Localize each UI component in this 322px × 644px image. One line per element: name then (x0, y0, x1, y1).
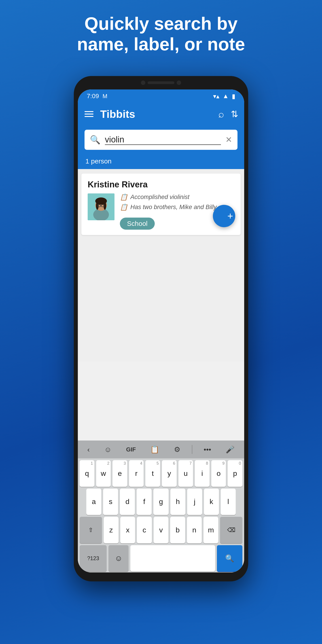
separator (192, 445, 192, 454)
key-row-1: 1q 2w 3e 4r 5t 6y 7u 8i 9o 0p (80, 460, 242, 487)
mic-button[interactable]: 🎤 (222, 445, 238, 454)
contact-avatar (88, 194, 114, 220)
time: 7:09 (87, 92, 99, 100)
search-input[interactable]: violin (105, 135, 221, 145)
contact-name: Kristine Rivera (88, 180, 234, 190)
phone-frame: 7:09 M ▾▴ ▲ ▮ Tibbits ⌕ ⇅ 🔍 violin ✕ (74, 76, 248, 582)
more-button[interactable]: ••• (200, 446, 214, 454)
gmail-icon: M (103, 93, 108, 100)
note-icon-2: 📋 (120, 204, 128, 211)
contact-body: 📋 Accomplished violinist 📋 Has two broth… (88, 194, 234, 230)
key-row-3: ⇧ z x c v b n m ⌫ (80, 517, 242, 544)
menu-icon[interactable] (84, 111, 94, 117)
key-z[interactable]: z (104, 517, 118, 544)
label-chip[interactable]: School (120, 218, 155, 230)
key-m[interactable]: m (204, 517, 218, 544)
note-icon-1: 📋 (120, 194, 128, 201)
key-j[interactable]: j (187, 488, 202, 515)
search-icon: 🔍 (90, 135, 100, 145)
signal-icon: ▲ (222, 92, 229, 100)
clipboard-button[interactable]: 📋 (147, 445, 162, 454)
key-p[interactable]: 0p (228, 460, 242, 487)
key-b[interactable]: b (170, 517, 185, 544)
hero-line1: Quickly search by (84, 14, 238, 34)
phone-top-bar (74, 76, 248, 90)
speaker (148, 82, 174, 84)
key-y[interactable]: 6y (162, 460, 177, 487)
settings-button[interactable]: ⚙ (171, 445, 184, 454)
back-button[interactable]: ‹ (84, 446, 93, 454)
status-bar: 7:09 M ▾▴ ▲ ▮ (78, 90, 244, 103)
keyboard-keys: 1q 2w 3e 4r 5t 6y 7u 8i 9o 0p a s d f (78, 458, 244, 572)
key-l[interactable]: l (221, 488, 236, 515)
keyboard-toolbar: ‹ ☺ GIF 📋 ⚙ ••• 🎤 (78, 440, 244, 458)
gif-button[interactable]: GIF (123, 446, 139, 453)
key-delete[interactable]: ⌫ (220, 517, 242, 544)
search-button[interactable]: ⌕ (218, 108, 224, 120)
key-o[interactable]: 9o (211, 460, 226, 487)
key-x[interactable]: x (120, 517, 135, 544)
search-bar: 🔍 violin ✕ (84, 130, 238, 150)
keyboard: ‹ ☺ GIF 📋 ⚙ ••• 🎤 1q 2w 3e 4r 5t 6y (78, 440, 244, 572)
clear-button[interactable]: ✕ (226, 135, 232, 144)
sticker-button[interactable]: ☺ (101, 446, 115, 454)
status-right: ▾▴ ▲ ▮ (213, 92, 235, 100)
sensor (177, 80, 181, 85)
app-bar: Tibbits ⌕ ⇅ (78, 103, 244, 125)
key-k[interactable]: k (204, 488, 219, 515)
key-row-2: a s d f g h j k l (80, 488, 242, 515)
key-f[interactable]: f (137, 488, 152, 515)
key-v[interactable]: v (154, 517, 168, 544)
key-e[interactable]: 3e (112, 460, 127, 487)
key-numbers[interactable]: ?123 (80, 545, 107, 572)
key-space[interactable] (130, 545, 215, 572)
svg-point-5 (104, 202, 106, 210)
app-title: Tibbits (100, 108, 212, 120)
hero-line2: name, label, or note (77, 34, 245, 54)
sort-button[interactable]: ⇅ (231, 109, 238, 119)
key-h[interactable]: h (170, 488, 185, 515)
note-text-1: Accomplished violinist (130, 194, 190, 200)
key-search[interactable]: 🔍 (217, 545, 242, 572)
phone-screen: 7:09 M ▾▴ ▲ ▮ Tibbits ⌕ ⇅ 🔍 violin ✕ (78, 90, 244, 572)
key-c[interactable]: c (137, 517, 152, 544)
key-w[interactable]: 2w (96, 460, 111, 487)
key-n[interactable]: n (187, 517, 202, 544)
key-s[interactable]: s (103, 488, 118, 515)
results-count: 1 person (78, 155, 244, 169)
status-left: 7:09 M (87, 92, 107, 100)
key-shift[interactable]: ⇧ (80, 517, 102, 544)
key-a[interactable]: a (86, 488, 101, 515)
key-row-4: ?123 ☺ 🔍 (80, 545, 242, 572)
content-area: Kristine Rivera (78, 169, 244, 361)
key-i[interactable]: 8i (195, 460, 210, 487)
key-r[interactable]: 4r (129, 460, 144, 487)
key-d[interactable]: d (120, 488, 135, 515)
results-count-label: 1 person (86, 158, 112, 165)
key-g[interactable]: g (154, 488, 168, 515)
hero-text: Quickly search by name, label, or note (0, 14, 322, 54)
camera (141, 80, 145, 85)
key-q[interactable]: 1q (80, 460, 94, 487)
battery-icon: ▮ (232, 92, 235, 100)
contact-card[interactable]: Kristine Rivera (82, 174, 240, 235)
wifi-icon: ▾▴ (213, 92, 219, 100)
search-section: 🔍 violin ✕ (78, 125, 244, 155)
add-person-icon: 👤+ (215, 210, 233, 222)
add-contact-fab[interactable]: 👤+ (213, 205, 235, 227)
key-t[interactable]: 5t (145, 460, 160, 487)
note-text-2: Has two brothers, Mike and Billy (130, 204, 217, 211)
note-line-1: 📋 Accomplished violinist (120, 194, 234, 201)
key-u[interactable]: 7u (178, 460, 193, 487)
key-emoji[interactable]: ☺ (108, 545, 128, 572)
